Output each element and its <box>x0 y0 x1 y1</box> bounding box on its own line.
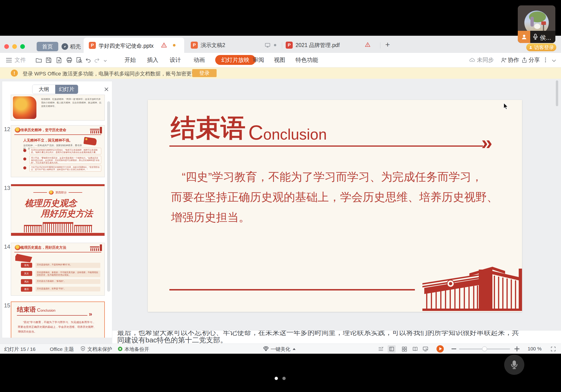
toolbar: 文件 开始 插入 设计 动画 幻灯片放映 审阅 视图 特色功能 未同步 <box>0 53 561 67</box>
kebab-menu-icon[interactable] <box>545 58 546 58</box>
slide-counter: 幻灯片 15 / 16 <box>4 346 35 352</box>
page-indicator-dot-active[interactable] <box>275 377 278 380</box>
protection-label[interactable]: 文档未保护 <box>87 346 112 352</box>
tab-docer[interactable]: 稻壳 <box>62 42 81 51</box>
save-icon[interactable] <box>45 57 52 65</box>
outline-view-icon[interactable] <box>377 345 385 353</box>
zoom-slider-knob[interactable] <box>482 346 487 351</box>
sync-status-label[interactable]: 未同步 <box>477 56 494 64</box>
warning-icon <box>161 42 167 49</box>
title-rule <box>169 145 483 147</box>
minimize-button[interactable] <box>12 44 17 49</box>
menu-view[interactable]: 视图 <box>274 56 285 64</box>
menu-insert[interactable]: 插入 <box>147 56 158 64</box>
beautify-caret-icon[interactable] <box>293 348 296 350</box>
tab-document-3-title: 2021 品牌管理.pdf <box>296 42 340 49</box>
participants-button[interactable] <box>518 31 530 43</box>
tab-slides[interactable]: 幻灯片 <box>55 85 78 94</box>
theme-label[interactable]: Office 主题 <box>50 346 74 352</box>
presenter-view-icon[interactable] <box>421 345 430 353</box>
thumb-number: 12 <box>4 126 10 132</box>
tab-document-3[interactable]: P 2021 品牌管理.pdf <box>283 39 379 52</box>
person-icon <box>529 45 533 50</box>
microphone-button[interactable] <box>504 355 524 375</box>
hamburger-menu-icon[interactable] <box>6 58 12 62</box>
notes-area[interactable]: 最后，也希望大家可以不忘初心、牢记使命，在未来这一年多的时间里，理论联系实践，可… <box>112 331 561 344</box>
menu-special-features[interactable]: 特色功能 <box>296 56 318 64</box>
ppt-file-icon: P <box>191 42 198 49</box>
thumb-number: 13 <box>4 185 10 191</box>
tab-outline[interactable]: 大纲 <box>32 85 55 94</box>
thumb12-rule <box>14 134 101 135</box>
more-commands-chevron-icon[interactable] <box>103 58 108 64</box>
mic-icon[interactable] <box>532 33 539 41</box>
menu-slideshow-active[interactable]: 幻灯片放映 <box>215 55 256 65</box>
thumb15-body: “四史”学习教育，不能为了学习而学习、为完成任务而学习，而要在坚持正确历史观的基… <box>18 320 98 334</box>
slide-thumbnail-15-selected[interactable]: 结束语 Conclusion » “四史”学习教育，不能为了学习而学习、为完成任… <box>11 302 105 338</box>
tab-divider <box>380 42 380 48</box>
slide-thumbnail-11[interactable]: 裕琨精神、红旗渠精神、“两弹一星”精神等；改革开放时代孕育的小岗精神、载人航天精… <box>11 95 105 120</box>
cloud-sync-icon[interactable] <box>469 57 475 64</box>
backup-label[interactable]: 本地备份开 <box>125 346 149 352</box>
fit-screen-icon[interactable] <box>549 345 557 353</box>
thumb13-part-row: 第四部分 <box>11 190 105 195</box>
zoom-level[interactable]: 100 % <box>528 346 542 352</box>
beautify-icon[interactable] <box>263 346 269 353</box>
thumb15-title: 结束语 Conclusion <box>17 305 55 314</box>
print-icon[interactable] <box>66 57 73 65</box>
menu-animation[interactable]: 动画 <box>194 56 205 64</box>
share-icon[interactable] <box>521 57 528 64</box>
great-hall-building-graphic <box>422 265 522 313</box>
thumb14-row-text: 历史是连续的，不是简单的“断代”史。 <box>35 263 100 268</box>
login-button[interactable]: 登录 <box>192 69 216 77</box>
participant-tile[interactable]: 侯... <box>518 5 555 43</box>
play-slideshow-button[interactable] <box>436 345 444 352</box>
undo-icon[interactable] <box>85 57 92 65</box>
collapse-ribbon-chevron-icon[interactable] <box>551 58 557 64</box>
beautify-label[interactable]: 一键美化 <box>271 346 290 352</box>
collaborate-icon[interactable] <box>500 57 507 64</box>
print-preview-icon[interactable] <box>76 57 83 65</box>
page-indicator-dot[interactable] <box>282 377 286 380</box>
reading-view-icon[interactable] <box>411 345 419 353</box>
menu-review[interactable]: 审阅 <box>253 56 264 64</box>
slide-body-line: “四史”学习教育，不能为了学习而学习、为完成任务而学习， <box>171 169 483 185</box>
close-button[interactable] <box>4 44 9 49</box>
slide-title-cn: 结束语 <box>171 115 246 140</box>
flag-icon <box>15 254 32 262</box>
thumb14-tag: 再次 <box>21 279 32 284</box>
add-tab-button[interactable]: + <box>385 40 390 49</box>
party-emblem-icon <box>49 190 54 195</box>
menu-file[interactable]: 文件 <box>15 56 26 64</box>
slides-panel: 大纲 幻灯片 裕琨精神、红旗渠精神、“两弹一星”精神等；改革开放时代孕育的小岗精… <box>2 81 112 338</box>
redo-icon[interactable] <box>94 57 100 65</box>
menu-design[interactable]: 设计 <box>170 56 181 64</box>
export-pdf-icon[interactable] <box>55 57 63 65</box>
slide-thumbnail-12[interactable]: 传承历史精神，坚守历史使命 人无精神不立，国无精神不强。 这些精神，一道构成共产… <box>11 125 105 177</box>
guest-login-button[interactable]: 访客登录 <box>526 44 556 51</box>
main-scrollbar[interactable] <box>556 80 558 106</box>
slide-sorter-view-icon[interactable] <box>400 345 408 353</box>
tab-divider <box>282 42 282 48</box>
thumb11-text: 裕琨精神、红旗渠精神、“两弹一星”精神等；改革开放时代孕育的小岗精神、载人航天精… <box>41 97 102 108</box>
normal-view-icon-selected[interactable] <box>388 345 396 353</box>
panel-scrollbar[interactable] <box>107 101 110 292</box>
warning-icon <box>365 42 371 49</box>
thumb13-top-bar <box>11 184 105 186</box>
tab-home[interactable]: 首页 <box>37 42 58 51</box>
maximize-button[interactable] <box>20 44 25 49</box>
slide-thumbnail-13[interactable]: 第四部分 梳理历史观念 用好历史方法 <box>11 184 105 236</box>
share-label[interactable]: 分享 <box>529 56 540 64</box>
slide-thumbnail-14[interactable]: 梳理历史观念，用好历史方法 首先 历史是连续的，不是简单的“断代”史。 其次 历… <box>11 243 105 296</box>
collaborate-label[interactable]: 协作 <box>508 56 519 64</box>
slide-canvas[interactable]: 结束语 Conclusion » “四史”学习教育，不能为了学习而学习、为完成任… <box>148 100 522 312</box>
participant-name: 侯... <box>540 34 551 42</box>
banner-message: 登录 WPS Office 激活更多功能，电脑手机多端同步文档数据，账号加密更安… <box>22 70 207 77</box>
login-banner: ! 登录 WPS Office 激活更多功能，电脑手机多端同步文档数据，账号加密… <box>0 67 561 79</box>
open-folder-icon[interactable] <box>35 57 42 65</box>
menu-start[interactable]: 开始 <box>125 56 136 64</box>
protection-shield-icon[interactable] <box>80 346 86 353</box>
zoom-out-button[interactable] <box>452 348 456 349</box>
tab-document-2[interactable]: P 演示文稿2 <box>187 39 283 52</box>
tab-document-active[interactable]: P 学好四史牢记使命.pptx <box>84 38 184 53</box>
